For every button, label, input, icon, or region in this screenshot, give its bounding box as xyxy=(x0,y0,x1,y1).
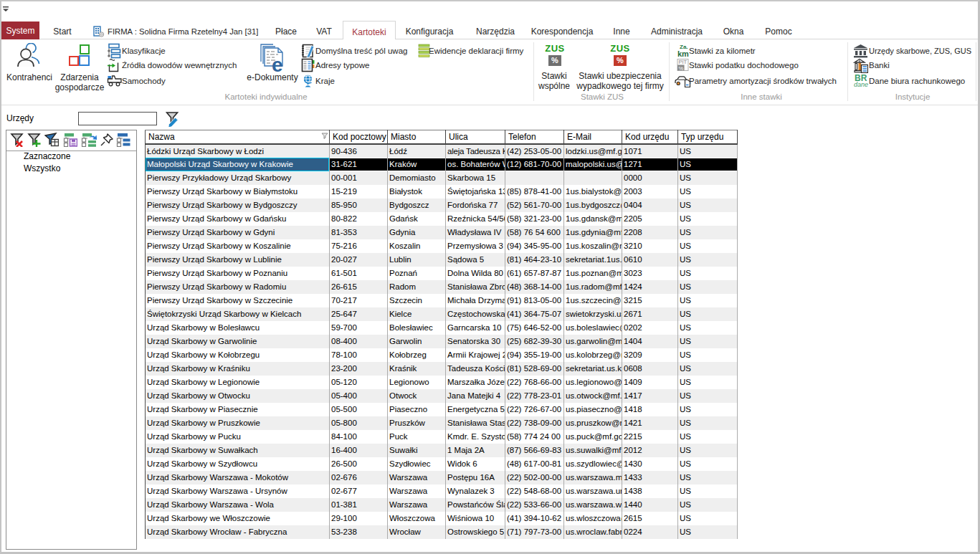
svg-text:e: e xyxy=(272,54,283,73)
svg-text:%: % xyxy=(679,65,684,72)
svg-text:dane: dane xyxy=(854,81,868,88)
svg-text:km: km xyxy=(677,49,689,57)
